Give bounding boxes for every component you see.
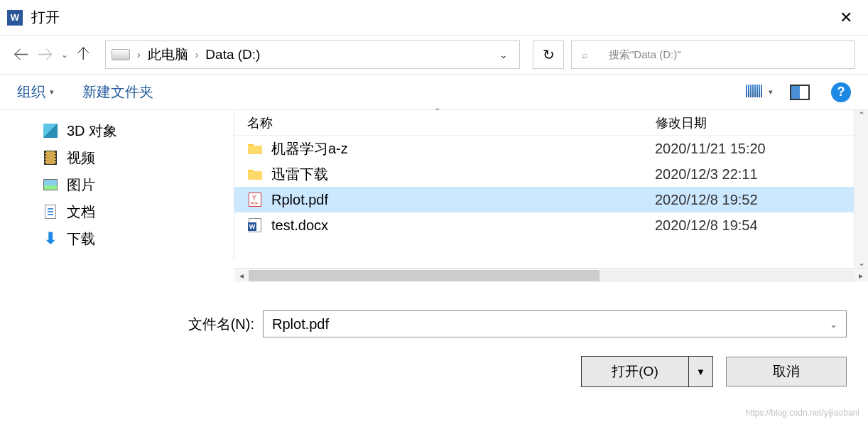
file-name: 迅雷下载 <box>271 165 655 184</box>
button-row: 打开(O) ▼ 取消 <box>21 356 847 387</box>
new-folder-label: 新建文件夹 <box>82 82 153 102</box>
file-list: 机器学习a-z 2020/11/21 15:20 迅雷下载 2020/12/3 … <box>234 136 868 268</box>
word-icon <box>247 217 263 233</box>
filename-label: 文件名(N): <box>188 315 254 334</box>
video-icon <box>43 150 58 166</box>
breadcrumb-item[interactable]: Data (D:) <box>205 47 260 63</box>
close-button[interactable]: ✕ <box>831 3 861 33</box>
folder-icon <box>247 141 263 156</box>
breadcrumb-dropdown[interactable]: ⌄ <box>494 49 514 60</box>
titlebar: 打开 ✕ <box>0 0 868 36</box>
scroll-left-icon[interactable]: ◂ <box>234 271 249 281</box>
help-button[interactable]: ? <box>831 82 851 102</box>
file-row[interactable]: Rplot.pdf 2020/12/8 19:52 <box>234 187 868 212</box>
file-date: 2020/12/8 19:52 <box>655 192 758 208</box>
filename-row: 文件名(N): Rplot.pdf ⌄ <box>21 310 847 337</box>
pdf-icon <box>247 192 263 207</box>
horizontal-scrollbar[interactable]: ◂ ▸ <box>234 268 868 282</box>
organize-button[interactable]: 组织 ▾ <box>17 82 54 102</box>
forward-button[interactable]: 🡢 <box>37 46 54 63</box>
search-placeholder: 搜索"Data (D:)" <box>609 48 681 62</box>
word-app-icon <box>7 10 23 26</box>
toolbar: 组织 ▾ 新建文件夹 ▾ ? <box>0 75 868 110</box>
chevron-right-icon: › <box>137 49 141 60</box>
column-headers: 名称 修改日期 <box>234 110 868 136</box>
open-button[interactable]: 打开(O) <box>582 357 688 386</box>
bottom-panel: 文件名(N): Rplot.pdf ⌄ 打开(O) ▼ 取消 <box>0 282 868 401</box>
refresh-button[interactable]: ↻ <box>533 40 564 69</box>
preview-pane-button[interactable] <box>790 85 810 100</box>
scroll-up-icon[interactable]: ⌃ <box>858 110 865 120</box>
sidebar: 3D 对象 视频 图片 文档 ⬇ 下载 <box>0 110 234 259</box>
history-dropdown[interactable]: ⌄ <box>61 50 68 60</box>
vertical-scrollbar[interactable]: ⌃ ⌄ <box>854 110 868 268</box>
sidebar-item-label: 下载 <box>67 229 95 249</box>
window-title: 打开 <box>31 8 60 27</box>
caret-down-icon: ▾ <box>50 87 54 97</box>
sidebar-item-3d[interactable]: 3D 对象 <box>43 117 234 144</box>
breadcrumb-item[interactable]: 此电脑 <box>148 45 188 64</box>
file-row[interactable]: 机器学习a-z 2020/11/21 15:20 <box>234 136 868 161</box>
scroll-down-icon[interactable]: ⌄ <box>858 258 865 268</box>
sidebar-item-videos[interactable]: 视频 <box>43 144 234 171</box>
file-row[interactable]: test.docx 2020/12/8 19:54 <box>234 212 868 238</box>
up-button[interactable]: 🡡 <box>75 46 92 63</box>
watermark: https://blog.csdn.net/yijiaobani <box>745 408 859 418</box>
view-dropdown-icon[interactable]: ▾ <box>769 87 773 97</box>
sidebar-item-label: 文档 <box>67 202 95 222</box>
back-button[interactable]: 🡠 <box>13 46 30 63</box>
chevron-right-icon: › <box>195 49 199 60</box>
sidebar-item-label: 视频 <box>67 148 95 168</box>
view-options-button[interactable] <box>746 85 764 100</box>
file-name: test.docx <box>271 217 655 234</box>
filename-input[interactable]: Rplot.pdf ⌄ <box>263 310 847 337</box>
scroll-track[interactable] <box>249 270 854 281</box>
column-date-header[interactable]: 修改日期 <box>656 114 868 131</box>
sidebar-item-label: 3D 对象 <box>67 121 117 141</box>
sidebar-item-documents[interactable]: 文档 <box>43 198 234 225</box>
organize-label: 组织 <box>17 82 45 102</box>
file-date: 2020/12/3 22:11 <box>655 166 758 183</box>
file-list-area: 名称 修改日期 机器学习a-z 2020/11/21 15:20 迅雷下载 20… <box>234 110 868 282</box>
scroll-right-icon[interactable]: ▸ <box>854 271 868 281</box>
pictures-icon <box>43 177 58 193</box>
content-area: ⌃ 3D 对象 视频 图片 文档 ⬇ 下载 <box>0 110 868 282</box>
filename-dropdown-icon[interactable]: ⌄ <box>830 319 837 330</box>
sidebar-item-label: 图片 <box>67 175 95 195</box>
open-button-group: 打开(O) ▼ <box>581 356 713 387</box>
open-split-button[interactable]: ▼ <box>688 357 712 386</box>
file-name: 机器学习a-z <box>271 139 655 158</box>
search-input[interactable]: ⌕ 搜索"Data (D:)" <box>571 40 855 69</box>
cancel-button[interactable]: 取消 <box>726 357 847 386</box>
file-name: Rplot.pdf <box>271 192 655 208</box>
breadcrumb[interactable]: › 此电脑 › Data (D:) ⌄ <box>105 40 520 69</box>
sidebar-item-pictures[interactable]: 图片 <box>43 171 234 198</box>
disk-icon <box>112 49 130 60</box>
file-row[interactable]: 迅雷下载 2020/12/3 22:11 <box>234 161 868 187</box>
file-date: 2020/11/21 15:20 <box>655 141 766 157</box>
filename-value: Rplot.pdf <box>272 316 329 332</box>
new-folder-button[interactable]: 新建文件夹 <box>82 82 153 102</box>
documents-icon <box>43 204 58 220</box>
folder-icon <box>247 166 263 182</box>
column-name-header[interactable]: 名称 <box>247 114 656 131</box>
scroll-thumb[interactable] <box>249 270 600 281</box>
search-icon: ⌕ <box>582 49 587 60</box>
download-icon: ⬇ <box>43 231 58 247</box>
3d-objects-icon <box>43 123 58 139</box>
sidebar-item-downloads[interactable]: ⬇ 下载 <box>43 225 234 252</box>
file-date: 2020/12/8 19:54 <box>655 217 758 234</box>
nav-bar: 🡠 🡢 ⌄ 🡡 › 此电脑 › Data (D:) ⌄ ↻ ⌕ 搜索"Data … <box>0 36 868 75</box>
